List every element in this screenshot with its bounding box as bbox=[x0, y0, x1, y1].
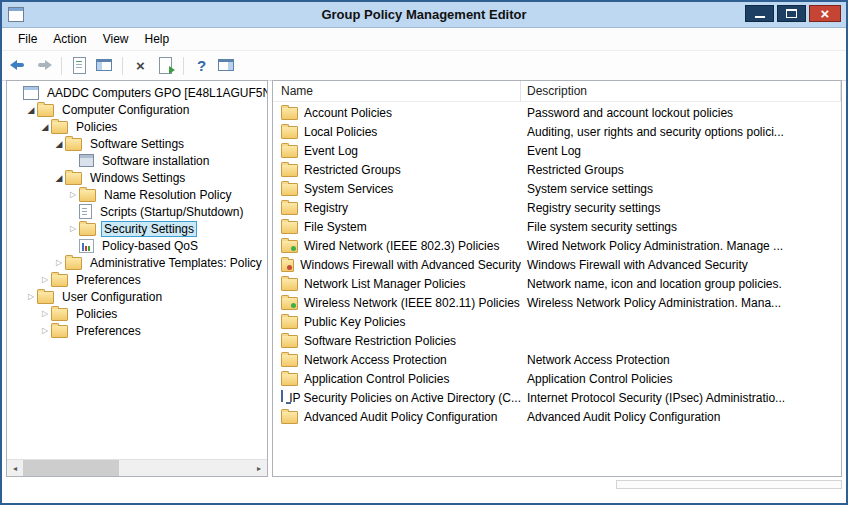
tree-horizontal-scrollbar[interactable]: ◂ ▸ bbox=[7, 459, 267, 476]
scrollbar-thumb[interactable] bbox=[23, 460, 119, 476]
list-item-network-access-protection[interactable]: Network Access ProtectionNetwork Access … bbox=[273, 350, 841, 369]
item-name-cell: Event Log bbox=[273, 143, 521, 158]
expander-expanded-icon[interactable]: ◢ bbox=[53, 173, 65, 183]
menu-item-view[interactable]: View bbox=[95, 29, 137, 49]
item-name-cell: Application Control Policies bbox=[273, 371, 521, 386]
item-name: Public Key Policies bbox=[304, 315, 405, 329]
show-action-pane-button[interactable] bbox=[216, 55, 237, 76]
item-name-cell: Restricted Groups bbox=[273, 162, 521, 177]
list-item-public-key-policies[interactable]: Public Key Policies bbox=[273, 312, 841, 331]
list-item-windows-firewall-with-advanced-security[interactable]: Windows Firewall with Advanced SecurityW… bbox=[273, 255, 841, 274]
refresh-button[interactable] bbox=[69, 55, 90, 76]
item-name-cell: Windows Firewall with Advanced Security bbox=[273, 257, 521, 272]
list-item-event-log[interactable]: Event LogEvent Log bbox=[273, 141, 841, 160]
tree-item-policy-based-qos[interactable]: Policy-based QoS bbox=[7, 237, 267, 254]
window-title: Group Policy Management Editor bbox=[2, 7, 846, 22]
list-item-system-services[interactable]: System ServicesSystem service settings bbox=[273, 179, 841, 198]
console-tree-pane: AADDC Computers GPO [E48L1AGUF5NDC◢Compu… bbox=[6, 80, 268, 477]
details-pane: Name Description Account PoliciesPasswor… bbox=[272, 80, 842, 477]
tree-item-software-settings[interactable]: ◢Software Settings bbox=[7, 135, 267, 152]
scrollbar-track[interactable] bbox=[23, 460, 251, 476]
list-item-account-policies[interactable]: Account PoliciesPassword and account loc… bbox=[273, 103, 841, 122]
item-description: Internet Protocol Security (IPsec) Admin… bbox=[521, 391, 841, 405]
tree-item-policies[interactable]: ▷Policies bbox=[7, 305, 267, 322]
folder-icon bbox=[281, 373, 298, 386]
tree-item-label: Administrative Templates: Policy bbox=[87, 255, 265, 271]
item-description: Auditing, user rights and security optio… bbox=[521, 125, 841, 139]
forward-button[interactable] bbox=[33, 55, 54, 76]
expander-collapsed-icon[interactable]: ▷ bbox=[39, 275, 51, 284]
expander-collapsed-icon[interactable]: ▷ bbox=[39, 326, 51, 335]
list-item-ip-security-policies-on-active-directory-c[interactable]: IP Security Policies on Active Directory… bbox=[273, 388, 841, 407]
show-console-tree-button[interactable] bbox=[94, 55, 115, 76]
list-item-registry[interactable]: RegistryRegistry security settings bbox=[273, 198, 841, 217]
close-button[interactable] bbox=[809, 5, 841, 22]
folder-icon bbox=[79, 189, 96, 202]
folder-icon bbox=[51, 325, 68, 338]
item-name: Account Policies bbox=[304, 106, 392, 120]
item-name-cell: Wired Network (IEEE 802.3) Policies bbox=[273, 238, 521, 253]
tree-item-name-resolution-policy[interactable]: ▷Name Resolution Policy bbox=[7, 186, 267, 203]
help-button[interactable]: ? bbox=[191, 55, 212, 76]
expander-expanded-icon[interactable]: ◢ bbox=[39, 122, 51, 132]
tree-item-windows-settings[interactable]: ◢Windows Settings bbox=[7, 169, 267, 186]
expander-collapsed-icon[interactable]: ▷ bbox=[67, 224, 79, 233]
item-name-cell: Local Policies bbox=[273, 124, 521, 139]
item-description: Application Control Policies bbox=[521, 372, 841, 386]
tree-item-preferences[interactable]: ▷Preferences bbox=[7, 271, 267, 288]
expander-expanded-icon[interactable]: ◢ bbox=[53, 139, 65, 149]
expander-collapsed-icon[interactable]: ▷ bbox=[53, 258, 65, 267]
title-bar: Group Policy Management Editor bbox=[2, 2, 846, 28]
folder-icon bbox=[281, 278, 298, 291]
expander-expanded-icon[interactable]: ◢ bbox=[25, 105, 37, 115]
item-name: Application Control Policies bbox=[304, 372, 449, 386]
tree-item-administrative-templates-policy[interactable]: ▷Administrative Templates: Policy bbox=[7, 254, 267, 271]
item-name: Network Access Protection bbox=[304, 353, 447, 367]
list-item-software-restriction-policies[interactable]: Software Restriction Policies bbox=[273, 331, 841, 350]
toolbar: ×? bbox=[2, 50, 846, 81]
tree-item-aaddc-computers-gpo-e48l1aguf5ndc[interactable]: AADDC Computers GPO [E48L1AGUF5NDC bbox=[7, 84, 267, 101]
expander-collapsed-icon[interactable]: ▷ bbox=[67, 190, 79, 199]
list-item-application-control-policies[interactable]: Application Control PoliciesApplication … bbox=[273, 369, 841, 388]
scroll-left-button[interactable]: ◂ bbox=[7, 460, 23, 476]
list-body: Account PoliciesPassword and account loc… bbox=[273, 102, 841, 476]
menu-item-file[interactable]: File bbox=[10, 29, 45, 49]
folder-icon bbox=[281, 183, 298, 196]
folder-net-icon bbox=[281, 297, 298, 310]
list-item-local-policies[interactable]: Local PoliciesAuditing, user rights and … bbox=[273, 122, 841, 141]
column-header-name[interactable]: Name bbox=[273, 81, 521, 101]
back-button[interactable] bbox=[8, 55, 29, 76]
minimize-button[interactable] bbox=[745, 5, 774, 22]
folder-icon bbox=[37, 104, 54, 117]
list-header: Name Description bbox=[273, 81, 841, 102]
tree-item-computer-configuration[interactable]: ◢Computer Configuration bbox=[7, 101, 267, 118]
tree-item-user-configuration[interactable]: ▷User Configuration bbox=[7, 288, 267, 305]
item-description: File system security settings bbox=[521, 220, 841, 234]
folder-icon bbox=[281, 164, 298, 177]
folder-icon bbox=[51, 121, 68, 134]
delete-button[interactable]: × bbox=[130, 55, 151, 76]
menu-item-action[interactable]: Action bbox=[45, 29, 94, 49]
list-item-file-system[interactable]: File SystemFile system security settings bbox=[273, 217, 841, 236]
tree-item-preferences[interactable]: ▷Preferences bbox=[7, 322, 267, 339]
maximize-button[interactable] bbox=[777, 5, 806, 22]
expander-collapsed-icon[interactable]: ▷ bbox=[25, 292, 37, 301]
column-header-description[interactable]: Description bbox=[521, 81, 841, 101]
list-item-network-list-manager-policies[interactable]: Network List Manager PoliciesNetwork nam… bbox=[273, 274, 841, 293]
expander-collapsed-icon[interactable]: ▷ bbox=[39, 309, 51, 318]
tree-item-scripts-startup-shutdown[interactable]: Scripts (Startup/Shutdown) bbox=[7, 203, 267, 220]
export-list-button[interactable] bbox=[155, 55, 176, 76]
list-item-advanced-audit-policy-configuration[interactable]: Advanced Audit Policy ConfigurationAdvan… bbox=[273, 407, 841, 426]
list-item-wired-network-ieee-802-3-policies[interactable]: Wired Network (IEEE 802.3) PoliciesWired… bbox=[273, 236, 841, 255]
details-bottom-scrollbar[interactable] bbox=[616, 480, 842, 489]
item-name-cell: System Services bbox=[273, 181, 521, 196]
folder-icon bbox=[281, 221, 298, 234]
tree-item-policies[interactable]: ◢Policies bbox=[7, 118, 267, 135]
list-item-restricted-groups[interactable]: Restricted GroupsRestricted Groups bbox=[273, 160, 841, 179]
menu-item-help[interactable]: Help bbox=[137, 29, 178, 49]
tree-item-software-installation[interactable]: Software installation bbox=[7, 152, 267, 169]
tree-item-security-settings[interactable]: ▷Security Settings bbox=[7, 220, 267, 237]
item-name-cell: Public Key Policies bbox=[273, 314, 521, 329]
list-item-wireless-network-ieee-802-11-policies[interactable]: Wireless Network (IEEE 802.11) PoliciesW… bbox=[273, 293, 841, 312]
scroll-right-button[interactable]: ▸ bbox=[251, 460, 267, 476]
